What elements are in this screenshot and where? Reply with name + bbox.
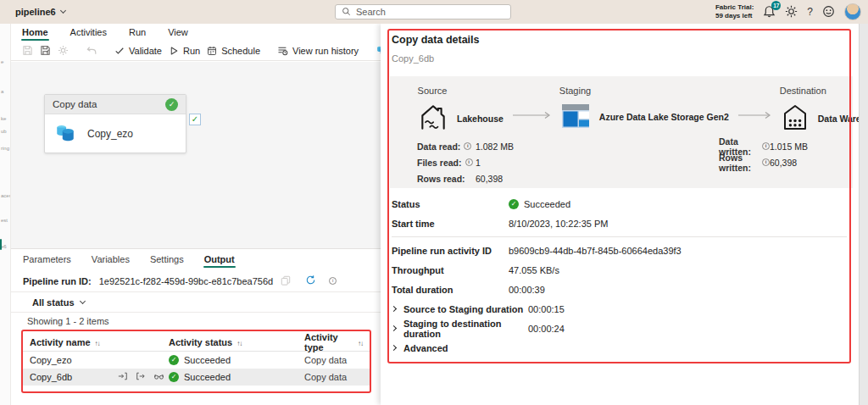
table-row[interactable]: Copy_ezo ✓ Succeeded Copy data <box>23 352 370 369</box>
column-header-activity-status[interactable]: Activity status <box>169 337 304 347</box>
pipeline-title-menu[interactable]: pipeline6 <box>15 0 65 24</box>
staging-name: Azure Data Lake Storage Gen2 <box>599 112 729 122</box>
copy-data-activity-card[interactable]: Copy data ✓ Copy_ezo <box>44 94 186 153</box>
sort-icon <box>358 337 363 347</box>
menu-tab-activities[interactable]: Activities <box>59 24 118 41</box>
user-avatar[interactable] <box>844 3 861 20</box>
field-label: Total duration <box>392 285 509 295</box>
column-header-activity-name[interactable]: Activity name <box>30 337 169 347</box>
menu-tab-view[interactable]: View <box>157 24 199 41</box>
success-icon: ✓ <box>509 199 519 209</box>
tab-label: Variables <box>92 254 130 264</box>
run-button[interactable]: Run <box>169 46 200 56</box>
copy-to-clipboard-icon[interactable] <box>281 275 291 287</box>
expander-label: Source to Staging duration <box>403 304 528 314</box>
info-icon[interactable] <box>762 158 770 166</box>
divider <box>392 236 847 237</box>
validate-button[interactable]: Validate <box>114 46 162 56</box>
feedback-button[interactable] <box>822 5 835 19</box>
destination-node: Destination Data Warehouse <box>780 86 868 136</box>
stat-value: 1 <box>476 158 481 168</box>
column-header-activity-type[interactable]: Activity type <box>304 332 363 352</box>
search-icon <box>342 7 351 18</box>
undo-button[interactable] <box>86 45 97 57</box>
search-input[interactable]: Search <box>335 4 511 19</box>
table-row-selected[interactable]: Copy_6db ✓ Succeeded Copy data <box>23 369 370 386</box>
sort-icon <box>95 337 100 347</box>
schedule-button[interactable]: Schedule <box>207 46 260 56</box>
calendar-icon <box>207 46 217 56</box>
input-icon[interactable] <box>118 371 128 383</box>
nav-fragment: ring <box>1 146 9 151</box>
expander-staging-to-destination[interactable]: Staging to destination duration 00:00:24 <box>392 319 847 338</box>
chevron-down-icon <box>60 8 66 14</box>
success-icon: ✓ <box>169 355 179 365</box>
tab-label: Settings <box>150 254 184 264</box>
expander-source-to-staging[interactable]: Source to Staging duration 00:00:15 <box>392 299 847 319</box>
output-panel-tabs: Parameters Variables Settings Output <box>11 249 381 269</box>
chevron-right-icon <box>392 307 403 311</box>
activity-name: Copy_ezo <box>87 128 133 140</box>
stat-row: Rows read: 60,398 <box>417 170 514 186</box>
expander-value: 00:00:15 <box>528 304 565 314</box>
activity-card-body: Copy_ezo <box>45 114 186 153</box>
sort-icon <box>236 337 242 347</box>
tab-output[interactable]: Output <box>194 249 245 269</box>
info-icon[interactable] <box>329 277 337 285</box>
nav-selected-indicator <box>0 239 2 250</box>
column-label: Activity type <box>304 332 353 352</box>
titlebar: pipeline6 Search Fabric Trial: 59 days l… <box>0 0 868 24</box>
refresh-icon[interactable] <box>305 275 316 287</box>
activity-checkbox[interactable]: ✓ <box>189 114 201 125</box>
notifications-button[interactable]: 17 <box>763 5 776 19</box>
field-label: Start time <box>392 219 509 229</box>
activity-type-cell: Copy data <box>304 355 363 365</box>
copy-data-details-panel: Copy data details Copy_6db Source Lakeho… <box>381 24 859 405</box>
run-history-icon <box>277 45 288 56</box>
notification-badge: 17 <box>771 1 781 10</box>
output-icon[interactable] <box>136 371 146 383</box>
menu-tab-label: Home <box>22 27 48 37</box>
save-as-button[interactable] <box>40 45 51 56</box>
activity-card-title: Copy data <box>53 99 97 109</box>
tab-parameters[interactable]: Parameters <box>13 249 81 269</box>
read-stats: Data read: 1.082 MB Files read: 1 Rows r… <box>417 138 514 186</box>
stat-row: Files read: 1 <box>417 154 514 170</box>
stat-value: 1.082 MB <box>476 141 514 152</box>
nav-fragment: a <box>1 89 3 94</box>
details-glasses-icon[interactable] <box>153 371 164 383</box>
validate-label: Validate <box>129 46 162 56</box>
chevron-down-icon <box>79 297 85 303</box>
play-icon <box>169 46 179 56</box>
tab-settings[interactable]: Settings <box>140 249 194 269</box>
collapsed-nav-strip[interactable]: e a ke ub ring aces est e6 <box>0 24 11 405</box>
field-value: 00:00:39 <box>509 285 545 295</box>
pipeline-settings-button[interactable] <box>58 45 69 56</box>
info-icon[interactable] <box>762 142 770 150</box>
expander-advanced[interactable]: Advanced <box>392 338 847 358</box>
status-filter-dropdown[interactable]: All status <box>11 292 381 312</box>
info-icon[interactable] <box>464 142 471 150</box>
tab-variables[interactable]: Variables <box>81 249 140 269</box>
chevron-right-icon <box>392 326 403 330</box>
stat-value: 60,398 <box>476 174 503 184</box>
status-text: Succeeded <box>524 199 570 209</box>
view-run-history-label: View run history <box>292 46 359 56</box>
field-row-throughput: Throughput 47.055 KB/s <box>392 260 847 280</box>
info-icon[interactable] <box>465 158 473 166</box>
stat-value: 1.015 MB <box>770 141 808 152</box>
page-edge <box>859 24 868 405</box>
menu-tab-home[interactable]: Home <box>11 24 59 41</box>
editor-area: Home Activities Run View Validate Run Sc… <box>11 24 381 405</box>
stat-label: Files read: <box>417 158 462 168</box>
column-label: Activity name <box>30 337 91 347</box>
nav-fragment: e <box>1 59 3 64</box>
save-button[interactable] <box>22 45 33 56</box>
stat-value: 60,398 <box>770 158 797 168</box>
menu-tab-run[interactable]: Run <box>118 24 157 41</box>
field-row-activity-id: Pipeline run activity ID b9609cb9-44db-4… <box>392 241 847 260</box>
pipeline-canvas[interactable]: Copy data ✓ Copy_ezo ✓ <box>11 62 381 248</box>
view-run-history-button[interactable]: View run history <box>277 45 359 56</box>
help-button[interactable]: ? <box>807 6 813 18</box>
settings-button[interactable] <box>785 5 798 19</box>
